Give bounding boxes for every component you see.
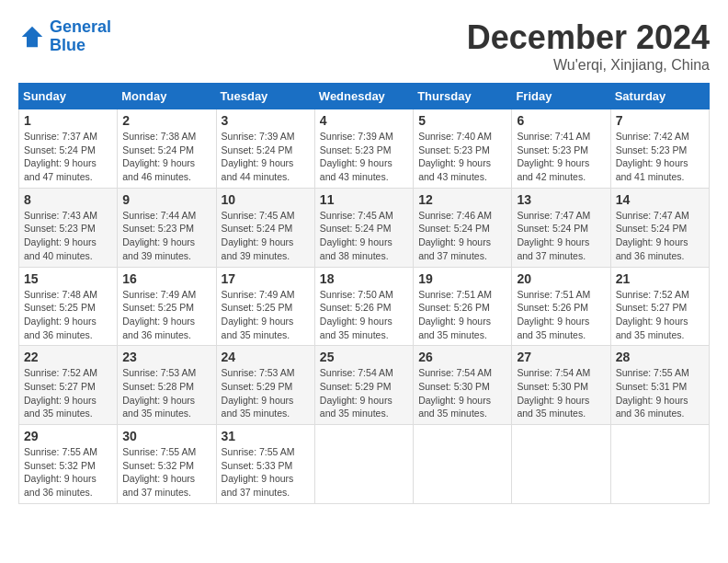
calendar-cell: 15Sunrise: 7:48 AM Sunset: 5:25 PM Dayli… [19, 267, 118, 346]
day-number: 14 [616, 192, 704, 207]
calendar-cell: 29Sunrise: 7:55 AM Sunset: 5:32 PM Dayli… [19, 425, 118, 504]
calendar-cell: 30Sunrise: 7:55 AM Sunset: 5:32 PM Dayli… [118, 425, 216, 504]
day-detail: Sunrise: 7:45 AM Sunset: 5:24 PM Dayligh… [320, 209, 408, 263]
day-number: 19 [418, 271, 506, 286]
day-number: 7 [616, 113, 704, 128]
day-number: 28 [616, 350, 704, 364]
day-detail: Sunrise: 7:48 AM Sunset: 5:25 PM Dayligh… [24, 288, 112, 342]
header-day-wednesday: Wednesday [314, 84, 413, 109]
day-number: 25 [320, 350, 408, 364]
day-number: 17 [222, 271, 310, 286]
day-detail: Sunrise: 7:42 AM Sunset: 5:23 PM Dayligh… [616, 130, 704, 184]
week-row-3: 15Sunrise: 7:48 AM Sunset: 5:25 PM Dayli… [19, 267, 710, 346]
calendar-title: December 2024 [467, 18, 710, 57]
header-day-monday: Monday [118, 84, 216, 109]
day-number: 30 [122, 429, 210, 443]
day-detail: Sunrise: 7:45 AM Sunset: 5:24 PM Dayligh… [222, 209, 310, 263]
day-number: 1 [24, 113, 112, 128]
day-detail: Sunrise: 7:51 AM Sunset: 5:26 PM Dayligh… [517, 288, 605, 342]
calendar-cell: 27Sunrise: 7:54 AM Sunset: 5:30 PM Dayli… [512, 346, 610, 425]
day-number: 20 [517, 271, 605, 286]
day-detail: Sunrise: 7:53 AM Sunset: 5:29 PM Dayligh… [222, 366, 310, 420]
calendar-cell: 26Sunrise: 7:54 AM Sunset: 5:30 PM Dayli… [414, 346, 512, 425]
svg-marker-0 [22, 27, 43, 48]
day-detail: Sunrise: 7:50 AM Sunset: 5:26 PM Dayligh… [320, 288, 408, 342]
calendar-cell: 17Sunrise: 7:49 AM Sunset: 5:25 PM Dayli… [216, 267, 314, 346]
day-number: 9 [122, 192, 210, 207]
calendar-cell: 11Sunrise: 7:45 AM Sunset: 5:24 PM Dayli… [314, 188, 413, 267]
calendar-cell: 19Sunrise: 7:51 AM Sunset: 5:26 PM Dayli… [414, 267, 512, 346]
day-detail: Sunrise: 7:43 AM Sunset: 5:23 PM Dayligh… [24, 209, 112, 263]
header-day-thursday: Thursday [414, 84, 512, 109]
day-detail: Sunrise: 7:49 AM Sunset: 5:25 PM Dayligh… [122, 288, 210, 342]
day-number: 5 [418, 113, 506, 128]
day-detail: Sunrise: 7:44 AM Sunset: 5:23 PM Dayligh… [122, 209, 210, 263]
calendar-cell: 6Sunrise: 7:41 AM Sunset: 5:23 PM Daylig… [512, 109, 610, 189]
day-number: 22 [24, 350, 112, 364]
calendar-cell [314, 425, 413, 504]
week-row-5: 29Sunrise: 7:55 AM Sunset: 5:32 PM Dayli… [19, 425, 710, 504]
day-detail: Sunrise: 7:47 AM Sunset: 5:24 PM Dayligh… [616, 209, 704, 263]
day-detail: Sunrise: 7:46 AM Sunset: 5:24 PM Dayligh… [418, 209, 506, 263]
day-number: 15 [24, 271, 112, 286]
day-detail: Sunrise: 7:55 AM Sunset: 5:32 PM Dayligh… [122, 445, 210, 500]
day-detail: Sunrise: 7:37 AM Sunset: 5:24 PM Dayligh… [24, 130, 112, 184]
week-row-4: 22Sunrise: 7:52 AM Sunset: 5:27 PM Dayli… [19, 346, 710, 425]
day-detail: Sunrise: 7:39 AM Sunset: 5:23 PM Dayligh… [320, 130, 408, 184]
calendar-cell: 4Sunrise: 7:39 AM Sunset: 5:23 PM Daylig… [314, 109, 413, 189]
header-day-sunday: Sunday [19, 84, 118, 109]
day-detail: Sunrise: 7:55 AM Sunset: 5:32 PM Dayligh… [24, 445, 112, 500]
calendar-cell: 31Sunrise: 7:55 AM Sunset: 5:33 PM Dayli… [216, 425, 314, 504]
calendar-cell [512, 425, 610, 504]
day-detail: Sunrise: 7:52 AM Sunset: 5:27 PM Dayligh… [616, 288, 704, 342]
day-number: 8 [24, 192, 112, 207]
day-detail: Sunrise: 7:38 AM Sunset: 5:24 PM Dayligh… [122, 130, 210, 184]
header-day-friday: Friday [512, 84, 610, 109]
day-number: 4 [320, 113, 408, 128]
day-detail: Sunrise: 7:54 AM Sunset: 5:29 PM Dayligh… [320, 366, 408, 420]
day-number: 6 [517, 113, 605, 128]
day-detail: Sunrise: 7:54 AM Sunset: 5:30 PM Dayligh… [418, 366, 506, 420]
calendar-cell: 10Sunrise: 7:45 AM Sunset: 5:24 PM Dayli… [216, 188, 314, 267]
logo-general: General [50, 17, 111, 36]
header-day-saturday: Saturday [610, 84, 709, 109]
calendar-cell: 25Sunrise: 7:54 AM Sunset: 5:29 PM Dayli… [314, 346, 413, 425]
day-detail: Sunrise: 7:39 AM Sunset: 5:24 PM Dayligh… [222, 130, 310, 184]
page-header: General Blue December 2024 Wu'erqi, Xinj… [18, 18, 710, 74]
day-number: 12 [418, 192, 506, 207]
calendar-cell: 23Sunrise: 7:53 AM Sunset: 5:28 PM Dayli… [118, 346, 216, 425]
day-number: 31 [222, 429, 310, 443]
title-block: December 2024 Wu'erqi, Xinjiang, China [467, 18, 710, 74]
day-number: 27 [517, 350, 605, 364]
calendar-cell: 3Sunrise: 7:39 AM Sunset: 5:24 PM Daylig… [216, 109, 314, 189]
calendar-cell: 21Sunrise: 7:52 AM Sunset: 5:27 PM Dayli… [610, 267, 709, 346]
day-number: 13 [517, 192, 605, 207]
day-detail: Sunrise: 7:47 AM Sunset: 5:24 PM Dayligh… [517, 209, 605, 263]
calendar-cell: 5Sunrise: 7:40 AM Sunset: 5:23 PM Daylig… [414, 109, 512, 189]
day-detail: Sunrise: 7:41 AM Sunset: 5:23 PM Dayligh… [517, 130, 605, 184]
calendar-cell: 13Sunrise: 7:47 AM Sunset: 5:24 PM Dayli… [512, 188, 610, 267]
day-detail: Sunrise: 7:40 AM Sunset: 5:23 PM Dayligh… [418, 130, 506, 184]
week-row-2: 8Sunrise: 7:43 AM Sunset: 5:23 PM Daylig… [19, 188, 710, 267]
header-row: SundayMondayTuesdayWednesdayThursdayFrid… [19, 84, 710, 109]
calendar-cell [414, 425, 512, 504]
calendar-cell: 28Sunrise: 7:55 AM Sunset: 5:31 PM Dayli… [610, 346, 709, 425]
day-detail: Sunrise: 7:53 AM Sunset: 5:28 PM Dayligh… [122, 366, 210, 420]
day-number: 21 [616, 271, 704, 286]
day-detail: Sunrise: 7:49 AM Sunset: 5:25 PM Dayligh… [222, 288, 310, 342]
day-detail: Sunrise: 7:54 AM Sunset: 5:30 PM Dayligh… [517, 366, 605, 420]
calendar-cell: 8Sunrise: 7:43 AM Sunset: 5:23 PM Daylig… [19, 188, 118, 267]
day-number: 23 [122, 350, 210, 364]
logo-icon [18, 23, 46, 51]
day-number: 2 [122, 113, 210, 128]
day-detail: Sunrise: 7:51 AM Sunset: 5:26 PM Dayligh… [418, 288, 506, 342]
calendar-cell [610, 425, 709, 504]
calendar-cell: 9Sunrise: 7:44 AM Sunset: 5:23 PM Daylig… [118, 188, 216, 267]
day-number: 24 [222, 350, 310, 364]
day-number: 16 [122, 271, 210, 286]
calendar-cell: 12Sunrise: 7:46 AM Sunset: 5:24 PM Dayli… [414, 188, 512, 267]
calendar-cell: 1Sunrise: 7:37 AM Sunset: 5:24 PM Daylig… [19, 109, 118, 189]
calendar-header: SundayMondayTuesdayWednesdayThursdayFrid… [19, 84, 710, 109]
calendar-body: 1Sunrise: 7:37 AM Sunset: 5:24 PM Daylig… [19, 109, 710, 504]
day-number: 29 [24, 429, 112, 443]
